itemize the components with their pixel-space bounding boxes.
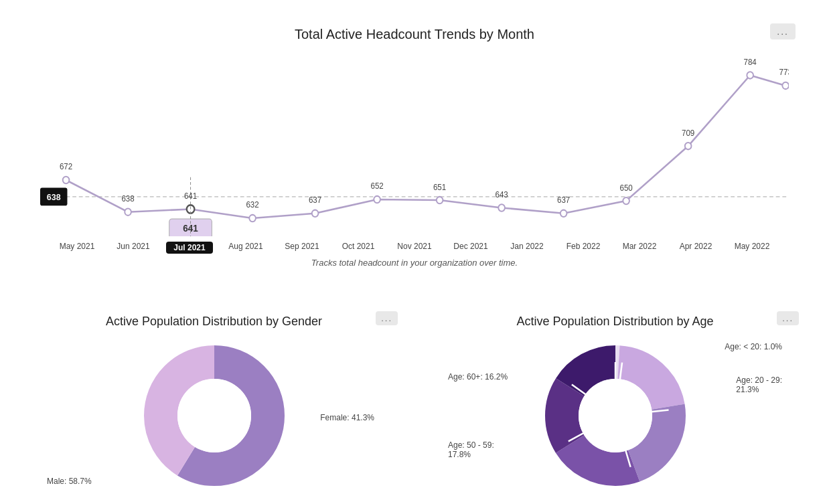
x-label-mar2022: Mar 2022 [616, 242, 663, 254]
gender-more-button[interactable]: ... [376, 311, 398, 325]
svg-text:651: 651 [433, 182, 447, 192]
svg-text:637: 637 [557, 195, 571, 205]
svg-point-13 [685, 143, 692, 149]
svg-text:638: 638 [121, 194, 135, 204]
svg-point-35 [177, 379, 251, 452]
headcount-more-button[interactable]: ... [770, 23, 796, 39]
svg-point-9 [437, 197, 443, 203]
x-axis: May 2021 Jun 2021 Jul 2021 Aug 2021 Sep … [40, 242, 789, 254]
x-label-sep2021: Sep 2021 [279, 242, 325, 254]
svg-text:650: 650 [619, 183, 633, 193]
bottom-charts-row: Active Population Distribution by Gender… [20, 301, 809, 502]
svg-point-12 [623, 197, 629, 204]
svg-point-6 [249, 215, 256, 222]
x-label-jul2021[interactable]: Jul 2021 [166, 242, 213, 254]
age-lt20-label: Age: < 20: 1.0% [725, 342, 782, 351]
headcount-chart-title: Total Active Headcount Trends by Month [40, 27, 789, 42]
x-label-jun2021: Jun 2021 [110, 242, 157, 254]
x-label-nov2021: Nov 2021 [391, 242, 438, 254]
x-label-oct2021: Oct 2021 [335, 242, 382, 254]
x-label-may2021: May 2021 [54, 242, 100, 254]
svg-point-4 [125, 209, 131, 216]
headcount-chart-subtitle: Tracks total headcount in your organizat… [40, 258, 789, 268]
svg-text:672: 672 [60, 162, 73, 172]
svg-text:637: 637 [309, 195, 322, 205]
age-5059-label: Age: 50 - 59:17.8% [448, 440, 494, 459]
svg-text:641: 641 [184, 191, 198, 201]
svg-text:784: 784 [744, 57, 757, 67]
svg-text:643: 643 [495, 190, 508, 200]
age-chart-title: Active Population Distribution by Age [441, 315, 789, 329]
age-donut-area: Age: < 20: 1.0% Age: 20 - 29:21.3% Age: … [441, 339, 789, 493]
svg-point-10 [498, 204, 505, 211]
age-60plus-label: Age: 60+: 16.2% [448, 372, 508, 382]
age-2029-label: Age: 20 - 29:21.3% [736, 375, 782, 394]
svg-text:773: 773 [779, 68, 789, 78]
x-label-dec2021: Dec 2021 [447, 242, 494, 254]
svg-point-11 [560, 210, 567, 217]
gender-male-label: Male: 58.7% [47, 477, 92, 486]
age-donut-svg [542, 342, 689, 489]
svg-text:652: 652 [370, 181, 384, 191]
svg-point-14 [747, 72, 753, 78]
age-chart-container: Active Population Distribution by Age ..… [421, 301, 809, 502]
line-chart-svg: 638 [40, 49, 789, 236]
gender-chart-container: Active Population Distribution by Gender… [20, 301, 408, 502]
svg-point-15 [782, 82, 789, 89]
x-label-feb2022: Feb 2022 [560, 242, 607, 254]
page-container: Total Active Headcount Trends by Month .… [0, 0, 829, 504]
svg-text:709: 709 [682, 128, 695, 138]
gender-chart-title: Active Population Distribution by Gender [40, 315, 388, 329]
headcount-chart-container: Total Active Headcount Trends by Month .… [20, 13, 809, 281]
gender-donut-area: Female: 41.3% Male: 58.7% [40, 339, 388, 493]
x-label-apr2022: Apr 2022 [672, 242, 719, 254]
line-chart-area: 638 [40, 49, 789, 236]
svg-text:632: 632 [246, 200, 259, 210]
age-more-button[interactable]: ... [777, 311, 799, 325]
x-label-jan2022: Jan 2022 [504, 242, 550, 254]
svg-point-8 [374, 196, 380, 203]
x-label-may2022: May 2022 [729, 242, 775, 254]
svg-point-3 [63, 177, 70, 183]
gender-female-label: Female: 41.3% [320, 413, 374, 422]
x-label-aug2021: Aug 2021 [222, 242, 269, 254]
svg-text:638: 638 [47, 192, 61, 203]
svg-point-7 [312, 210, 319, 217]
gender-donut-svg [141, 342, 288, 489]
